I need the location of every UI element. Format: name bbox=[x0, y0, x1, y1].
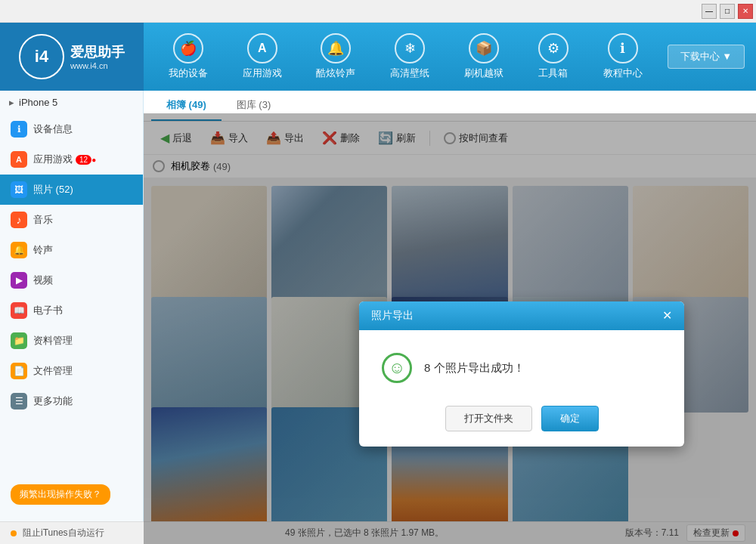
stop-itunes-button[interactable]: 阻止iTunes自动运行 bbox=[23, 527, 104, 539]
apps-badge: 12 bbox=[76, 155, 91, 165]
success-icon: ☺ bbox=[382, 353, 412, 383]
export-modal: 照片导出 ✕ ☺ 8 个照片导出成功！ 打开文件夹 确定 bbox=[359, 301, 684, 447]
sidebar-item-ebook[interactable]: 📖 电子书 bbox=[0, 295, 143, 326]
logo-name: 爱思助手 bbox=[70, 43, 125, 61]
sidebar-music-label: 音乐 bbox=[33, 213, 53, 227]
sidebar-footer-button[interactable]: 频繁出现操作失败？ bbox=[11, 484, 110, 505]
sidebar-item-device-info[interactable]: ℹ 设备信息 bbox=[0, 114, 143, 144]
ebook-sidebar-icon: 📖 bbox=[11, 302, 27, 319]
sidebar: iPhone 5 ℹ 设备信息 A 应用游戏 12 ● 🖼 照片 (52) ♪ … bbox=[0, 91, 144, 521]
nav-apps[interactable]: A 应用游戏 bbox=[234, 27, 291, 86]
nav-my-device[interactable]: 🍎 我的设备 bbox=[160, 27, 217, 86]
video-sidebar-icon: ▶ bbox=[11, 272, 27, 289]
nav-wallpaper[interactable]: ❄ 高清壁纸 bbox=[381, 27, 438, 86]
sidebar-item-photos[interactable]: 🖼 照片 (52) bbox=[0, 175, 143, 205]
tutorial-icon: ℹ bbox=[608, 33, 638, 63]
modal-message: 8 个照片导出成功！ bbox=[424, 361, 525, 376]
content-area: 相簿 (49) 图库 (3) ◀ 后退 📥 导入 📤 导出 ❌ bbox=[144, 91, 756, 521]
ringtone-icon: 🔔 bbox=[321, 33, 351, 63]
maximize-button[interactable]: □ bbox=[720, 4, 735, 19]
sidebar-item-music[interactable]: ♪ 音乐 bbox=[0, 205, 143, 235]
download-button[interactable]: 下载中心 ▼ bbox=[668, 45, 745, 69]
music-sidebar-icon: ♪ bbox=[11, 212, 27, 228]
itunes-status-dot bbox=[11, 530, 17, 536]
confirm-button[interactable]: 确定 bbox=[541, 406, 599, 431]
my-device-label: 我的设备 bbox=[169, 66, 208, 80]
modal-close-button[interactable]: ✕ bbox=[662, 310, 672, 322]
apps-sidebar-icon: A bbox=[11, 151, 27, 168]
sidebar-more-label: 更多功能 bbox=[33, 394, 73, 408]
modal-header: 照片导出 ✕ bbox=[359, 301, 684, 330]
apps-label: 应用游戏 bbox=[243, 66, 282, 80]
ringtone-sidebar-icon: 🔔 bbox=[11, 242, 27, 258]
modal-body: ☺ 8 个照片导出成功！ bbox=[359, 330, 684, 398]
nav-jailbreak[interactable]: 📦 刷机越狱 bbox=[455, 27, 513, 86]
nav-tools[interactable]: ⚙ 工具箱 bbox=[529, 27, 578, 86]
modal-overlay: 照片导出 ✕ ☺ 8 个照片导出成功！ 打开文件夹 确定 bbox=[144, 113, 756, 544]
titlebar: — □ ✕ bbox=[0, 0, 756, 23]
logo-area: i4 爱思助手 www.i4.cn bbox=[0, 23, 144, 91]
sidebar-ebook-label: 电子书 bbox=[33, 304, 63, 317]
sidebar-ringtone-label: 铃声 bbox=[33, 243, 53, 257]
data-mgmt-sidebar-icon: 📁 bbox=[11, 332, 27, 349]
more-sidebar-icon: ☰ bbox=[11, 393, 27, 410]
ringtone-label: 酷炫铃声 bbox=[316, 66, 355, 80]
sidebar-photos-label: 照片 (52) bbox=[33, 183, 73, 196]
close-button[interactable]: ✕ bbox=[738, 4, 753, 19]
logo-text: 爱思助手 www.i4.cn bbox=[70, 43, 125, 70]
sidebar-data-mgmt-label: 资料管理 bbox=[33, 334, 73, 348]
nav-tutorial[interactable]: ℹ 教程中心 bbox=[594, 27, 652, 86]
sidebar-footer: 频繁出现操作失败？ bbox=[0, 477, 144, 512]
nav-ringtone[interactable]: 🔔 酷炫铃声 bbox=[307, 27, 364, 86]
jailbreak-label: 刷机越狱 bbox=[464, 66, 503, 80]
open-folder-button[interactable]: 打开文件夹 bbox=[445, 406, 532, 431]
sidebar-item-apps[interactable]: A 应用游戏 12 ● bbox=[0, 144, 143, 175]
apps-badge-dot: ● bbox=[91, 156, 96, 164]
tutorial-label: 教程中心 bbox=[603, 66, 643, 80]
main-area: iPhone 5 ℹ 设备信息 A 应用游戏 12 ● 🖼 照片 (52) ♪ … bbox=[0, 91, 756, 521]
header: i4 爱思助手 www.i4.cn 🍎 我的设备 A 应用游戏 🔔 酷炫铃声 ❄… bbox=[0, 23, 756, 91]
sidebar-item-ringtone[interactable]: 🔔 铃声 bbox=[0, 235, 143, 265]
sidebar-item-file-mgmt[interactable]: 📄 文件管理 bbox=[0, 356, 143, 386]
sidebar-item-more[interactable]: ☰ 更多功能 bbox=[0, 386, 143, 416]
my-device-icon: 🍎 bbox=[173, 33, 203, 63]
nav-items: 🍎 我的设备 A 应用游戏 🔔 酷炫铃声 ❄ 高清壁纸 📦 刷机越狱 ⚙ 工具箱… bbox=[144, 27, 668, 86]
apps-icon: A bbox=[247, 33, 277, 63]
wallpaper-label: 高清壁纸 bbox=[390, 66, 429, 80]
sidebar-file-mgmt-label: 文件管理 bbox=[33, 364, 73, 378]
modal-footer: 打开文件夹 确定 bbox=[359, 398, 684, 447]
logo-url: www.i4.cn bbox=[70, 61, 125, 70]
sidebar-apps-label: 应用游戏 bbox=[33, 153, 73, 166]
minimize-button[interactable]: — bbox=[702, 4, 717, 19]
jailbreak-icon: 📦 bbox=[469, 33, 499, 63]
sidebar-item-video[interactable]: ▶ 视频 bbox=[0, 265, 143, 295]
sidebar-item-data-mgmt[interactable]: 📁 资料管理 bbox=[0, 326, 143, 356]
wallpaper-icon: ❄ bbox=[395, 33, 425, 63]
photos-sidebar-icon: 🖼 bbox=[11, 181, 27, 198]
logo-symbol: i4 bbox=[35, 47, 48, 66]
device-info-icon: ℹ bbox=[11, 121, 27, 138]
file-mgmt-sidebar-icon: 📄 bbox=[11, 363, 27, 379]
device-label: iPhone 5 bbox=[0, 91, 143, 114]
tools-label: 工具箱 bbox=[538, 66, 568, 80]
status-left: 阻止iTunes自动运行 bbox=[11, 527, 104, 539]
modal-title: 照片导出 bbox=[371, 309, 414, 323]
logo-circle: i4 bbox=[19, 34, 64, 79]
tools-icon: ⚙ bbox=[538, 33, 569, 63]
sidebar-device-info-label: 设备信息 bbox=[33, 122, 73, 136]
sidebar-video-label: 视频 bbox=[33, 274, 53, 287]
